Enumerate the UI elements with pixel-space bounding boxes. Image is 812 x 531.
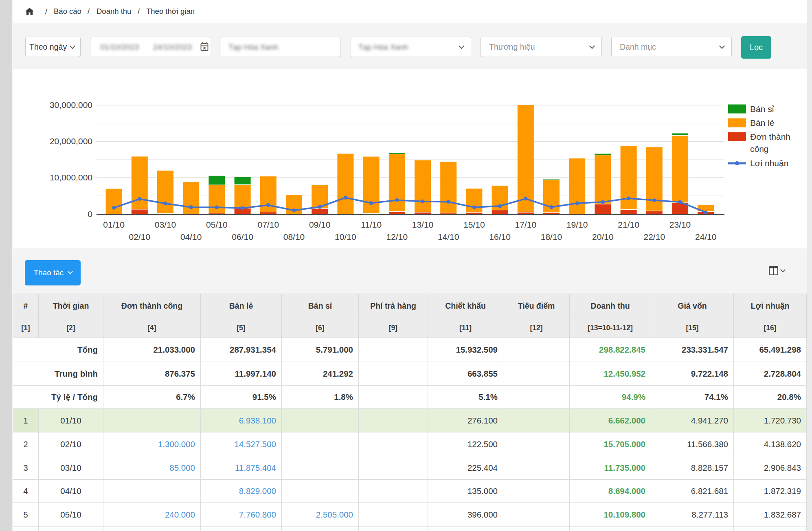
svg-text:13/10: 13/10: [412, 220, 434, 229]
svg-text:14/10: 14/10: [438, 232, 459, 241]
svg-text:05/10: 05/10: [206, 220, 228, 229]
svg-text:20/10: 20/10: [592, 232, 614, 241]
svg-text:10,000,000: 10,000,000: [50, 173, 92, 182]
svg-text:30,000,000: 30,000,000: [50, 100, 92, 110]
svg-text:06/10: 06/10: [232, 232, 253, 241]
svg-text:0: 0: [88, 209, 92, 219]
svg-text:24/10: 24/10: [695, 232, 717, 241]
svg-text:04/10: 04/10: [180, 232, 202, 241]
svg-text:20,000,000: 20,000,000: [50, 136, 92, 146]
svg-text:16/10: 16/10: [489, 232, 511, 241]
svg-text:21/10: 21/10: [618, 220, 639, 229]
svg-text:09/10: 09/10: [309, 220, 331, 229]
svg-text:11/10: 11/10: [361, 220, 382, 229]
svg-text:07/10: 07/10: [258, 220, 279, 229]
svg-text:18/10: 18/10: [541, 232, 562, 241]
svg-text:23/10: 23/10: [669, 220, 691, 229]
svg-text:02/10: 02/10: [129, 232, 151, 241]
svg-text:Bán lẻ: Bán lẻ: [750, 118, 775, 127]
svg-text:15/10: 15/10: [463, 220, 485, 229]
svg-text:công: công: [750, 144, 769, 154]
svg-text:10/10: 10/10: [335, 232, 356, 241]
svg-text:22/10: 22/10: [644, 232, 665, 241]
svg-text:Lợi nhuận: Lợi nhuận: [750, 158, 788, 168]
svg-text:01/10: 01/10: [103, 220, 125, 229]
svg-text:19/10: 19/10: [566, 220, 588, 229]
svg-text:08/10: 08/10: [283, 232, 305, 241]
svg-text:12/10: 12/10: [386, 232, 408, 241]
svg-text:17/10: 17/10: [515, 220, 537, 229]
svg-text:Bán sỉ: Bán sỉ: [750, 104, 774, 114]
svg-text:03/10: 03/10: [155, 220, 176, 229]
svg-text:Đơn thành: Đơn thành: [750, 132, 790, 141]
